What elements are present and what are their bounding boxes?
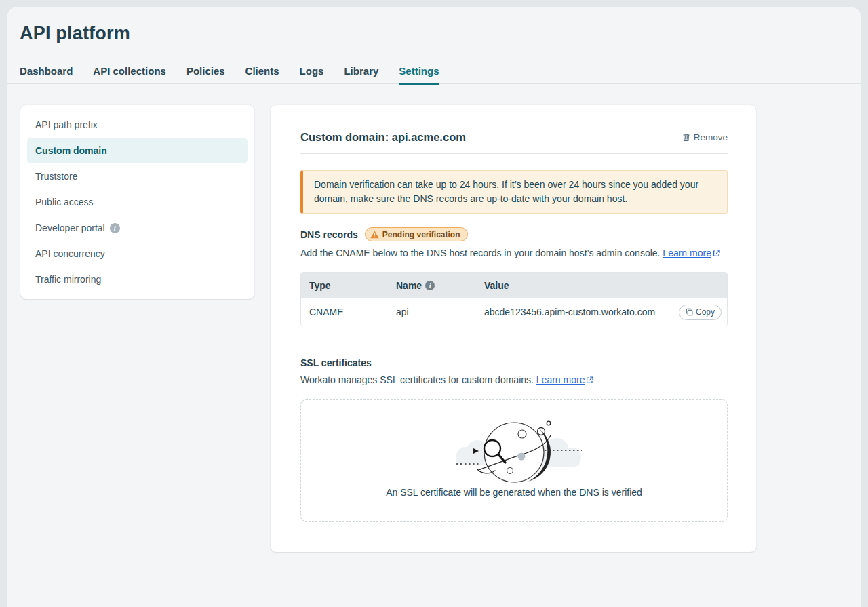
table-row: CNAME api abcde123456.apim-custom.workat… [301,298,727,326]
external-link-icon [713,247,720,260]
sidebar-item-developer-portal[interactable]: Developer portal i [27,215,248,241]
dns-learn-more-link[interactable]: Learn more [663,248,711,258]
dns-records-heading: DNS records [300,229,358,240]
tab-library[interactable]: Library [344,64,378,83]
sidebar-item-truststore[interactable]: Truststore [27,163,248,189]
sidebar-item-label: Traffic mirroring [35,274,101,285]
link-label: Learn more [536,374,585,385]
table-header-row: Type Name i Value [301,273,727,298]
column-header-label: Name [396,280,422,291]
cell-type: CNAME [301,307,396,317]
sidebar-item-label: Public access [35,197,94,208]
settings-sidebar: API path prefix Custom domain Truststore… [20,105,254,299]
panel-title: Custom domain: api.acme.com [300,131,466,144]
external-link-icon [586,374,593,387]
app-surface: API platform Dashboard API collections P… [7,7,861,607]
ssl-empty-state: An SSL certificate will be generated whe… [300,399,728,522]
panel-divider [300,153,728,154]
tab-clients[interactable]: Clients [245,64,279,83]
verification-alert: Domain verification can take up to 24 ho… [300,170,728,214]
copy-button-label: Copy [696,307,715,317]
info-icon: i [425,281,435,290]
sidebar-item-label: API path prefix [35,119,98,130]
tab-bar: Dashboard API collections Policies Clien… [7,63,861,84]
remove-domain-button[interactable]: Remove [682,132,728,142]
remove-button-label: Remove [694,132,728,142]
sidebar-item-label: Truststore [35,171,78,182]
trash-icon [682,133,690,142]
sidebar-item-label: Custom domain [35,145,107,156]
sidebar-item-custom-domain[interactable]: Custom domain [27,138,248,163]
tab-policies[interactable]: Policies [186,64,225,83]
copy-icon [686,308,693,316]
link-label: Learn more [663,248,711,258]
ssl-description-text: Workato manages SSL certificates for cus… [300,374,534,385]
column-header-value: Value [484,280,727,291]
cell-value: abcde123456.apim-custom.workato.com Copy [484,305,727,320]
copy-button[interactable]: Copy [679,305,722,320]
sidebar-item-traffic-mirroring[interactable]: Traffic mirroring [27,267,248,292]
sidebar-item-api-path-prefix[interactable]: API path prefix [27,112,248,138]
content-area: API path prefix Custom domain Truststore… [7,105,861,552]
dns-description-text: Add the CNAME below to the DNS host reco… [300,248,660,258]
ssl-heading: SSL certificates [300,357,728,368]
sidebar-item-public-access[interactable]: Public access [27,189,248,215]
tab-logs[interactable]: Logs [300,64,324,83]
pending-verification-badge: Pending verification [365,227,468,241]
sidebar-item-api-concurrency[interactable]: API concurrency [27,241,248,267]
ssl-learn-more-link[interactable]: Learn more [536,374,585,385]
dns-description: Add the CNAME below to the DNS host reco… [300,246,728,260]
column-header-name: Name i [396,280,484,291]
page: API platform Dashboard API collections P… [0,0,868,607]
cname-value: abcde123456.apim-custom.workato.com [484,307,655,317]
custom-domain-panel: Custom domain: api.acme.com Remove Domai… [271,105,756,552]
column-header-type: Type [301,280,396,291]
sidebar-item-label: Developer portal [35,222,105,233]
tab-api-collections[interactable]: API collections [93,64,166,83]
ssl-empty-message: An SSL certificate will be generated whe… [386,487,642,498]
info-icon: i [110,223,120,233]
warning-triangle-icon [370,231,379,239]
dns-records-table: Type Name i Value CNAME api abcde123456.… [300,272,728,326]
cell-name: api [396,307,484,317]
tab-dashboard[interactable]: Dashboard [20,64,73,83]
ssl-description: Workato manages SSL certificates for cus… [300,373,728,387]
globe-search-illustration [439,415,589,483]
tab-settings[interactable]: Settings [399,64,439,83]
ssl-certificates-section: SSL certificates Workato manages SSL cer… [300,357,728,522]
page-title: API platform [20,22,861,44]
sidebar-item-label: API concurrency [35,248,105,259]
badge-label: Pending verification [382,230,460,239]
